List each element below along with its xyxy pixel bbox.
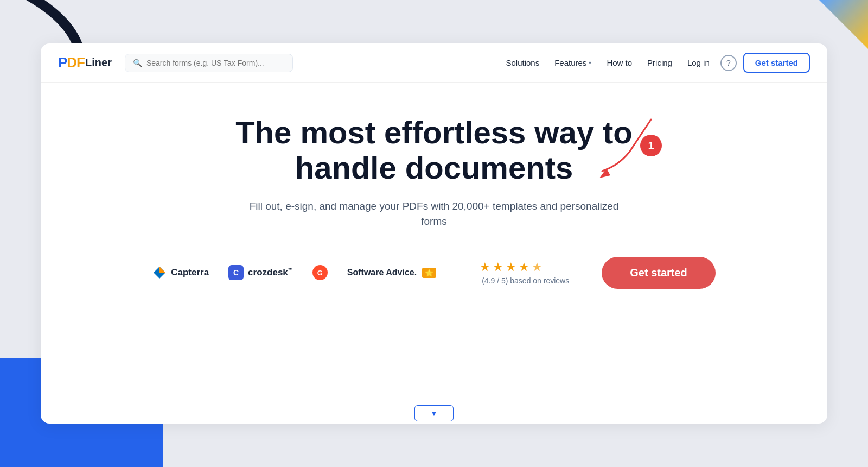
- rating-text: (4.9 / 5) based on reviews: [482, 276, 569, 285]
- nav-solutions[interactable]: Solutions: [506, 58, 539, 67]
- star-1: ★: [480, 260, 490, 274]
- hero-title: The most effortless way to handle docume…: [217, 115, 651, 186]
- logo-p: P: [58, 54, 67, 71]
- capterra-icon: [152, 266, 167, 280]
- get-started-hero-button[interactable]: Get started: [602, 257, 716, 289]
- features-chevron-icon: ▾: [589, 60, 591, 66]
- top-right-decoration: [819, 0, 868, 49]
- g2-icon: G: [312, 265, 328, 280]
- search-input[interactable]: [146, 59, 285, 67]
- nav-features[interactable]: Features ▾: [554, 58, 591, 67]
- logo-liner: Liner: [85, 56, 112, 69]
- capterra-logo: Capterra: [152, 266, 209, 280]
- help-button[interactable]: ?: [720, 55, 737, 71]
- navbar: PDF Liner 🔍 Solutions Features ▾ How to …: [41, 43, 827, 83]
- capterra-label: Capterra: [171, 267, 209, 278]
- nav-log-in[interactable]: Log in: [687, 58, 710, 67]
- star-2: ★: [493, 260, 503, 274]
- star-3: ★: [506, 260, 516, 274]
- main-card: PDF Liner 🔍 Solutions Features ▾ How to …: [41, 43, 827, 424]
- get-started-nav-button[interactable]: Get started: [743, 53, 810, 73]
- star-5-half: ★: [532, 260, 542, 274]
- partner-logos-group: Capterra C crozdesk™ G Software Advice. …: [152, 265, 436, 280]
- hero-section: The most effortless way to handle docume…: [41, 83, 827, 311]
- ratings-group: ★ ★ ★ ★ ★ (4.9 / 5) based on reviews: [480, 260, 569, 285]
- search-icon: 🔍: [133, 59, 142, 67]
- bottom-hint-bar: ▼: [41, 402, 827, 424]
- hero-subtitle: Fill out, e-sign, and manage your PDFs w…: [244, 199, 624, 230]
- search-box: 🔍: [125, 54, 293, 72]
- svg-marker-14: [159, 267, 165, 273]
- software-advice-logo: Software Advice. ⭐: [347, 268, 436, 278]
- g2-logo: G: [312, 265, 328, 280]
- logo[interactable]: PDF Liner: [58, 54, 112, 71]
- nav-how-to[interactable]: How to: [607, 58, 632, 67]
- bottom-tab-button[interactable]: ▼: [414, 405, 454, 421]
- star-4: ★: [519, 260, 529, 274]
- stars-row: ★ ★ ★ ★ ★: [480, 260, 542, 274]
- social-proof-row: Capterra C crozdesk™ G Software Advice. …: [62, 257, 806, 289]
- nav-links: Solutions Features ▾ How to Pricing Log …: [506, 58, 709, 67]
- nav-pricing[interactable]: Pricing: [647, 58, 672, 67]
- software-advice-badge: ⭐: [422, 268, 436, 278]
- annotation-badge-1: 1: [640, 135, 662, 156]
- crozdesk-icon: C: [228, 265, 244, 280]
- crozdesk-logo: C crozdesk™: [228, 265, 293, 280]
- software-advice-label: Software Advice.: [347, 268, 417, 277]
- logo-df: DF: [67, 54, 85, 71]
- crozdesk-label: crozdesk™: [248, 267, 293, 278]
